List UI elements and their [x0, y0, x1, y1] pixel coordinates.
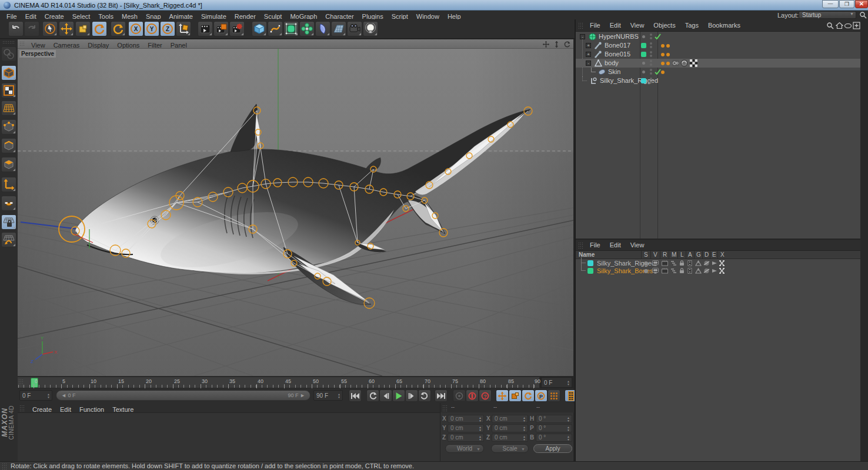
rot-h-field[interactable]: 0 °▲▼: [536, 415, 572, 423]
layer-rigged-chip[interactable]: [587, 260, 593, 266]
goto-end-button[interactable]: [435, 390, 448, 402]
skin-vis-dots2[interactable]: [650, 72, 652, 75]
layer-bones-chip[interactable]: [587, 268, 593, 274]
bone017-tag-1[interactable]: [661, 44, 665, 48]
skin-vis-dots[interactable]: [650, 69, 652, 71]
expand-bone017[interactable]: +: [586, 43, 591, 48]
expand-body[interactable]: -: [586, 61, 591, 66]
layer-rigged-r[interactable]: [662, 260, 668, 266]
om-search-icon[interactable]: [826, 22, 834, 29]
tree-row-hypernurbs[interactable]: - HyperNURBS: [576, 32, 862, 41]
last-used-tool[interactable]: [111, 21, 126, 36]
autokey-button[interactable]: ?: [479, 390, 492, 402]
scale-z-field[interactable]: 0 cm▲▼: [492, 434, 528, 442]
mode-toolbar-grip[interactable]: [2, 41, 15, 45]
body-label[interactable]: body: [605, 59, 619, 66]
live-selection-tool[interactable]: [42, 21, 58, 36]
expand-bone015[interactable]: +: [586, 52, 591, 57]
material-menu-edit[interactable]: Edit: [56, 405, 75, 414]
record-keyframe-button[interactable]: [453, 390, 466, 402]
workplane-mode[interactable]: [1, 100, 16, 116]
play-forward-button[interactable]: [418, 390, 431, 402]
convert-tool[interactable]: [1, 46, 16, 62]
coordinates-grip[interactable]: [442, 405, 448, 411]
goto-start-button[interactable]: [349, 390, 362, 402]
lm-menu-view[interactable]: View: [626, 239, 649, 251]
hypernurbs-vis-dots[interactable]: [650, 33, 652, 36]
col-m[interactable]: M: [672, 251, 676, 258]
add-cube-button[interactable]: [252, 21, 267, 36]
add-spline-button[interactable]: [268, 21, 283, 36]
layer-rigged-l[interactable]: [679, 260, 685, 266]
skin-check-icon[interactable]: [655, 69, 661, 75]
next-frame-button[interactable]: [405, 390, 418, 402]
body-vis-dots2[interactable]: [650, 63, 652, 66]
tree-row-body[interactable]: - body: [576, 59, 862, 68]
previous-frame-button[interactable]: [379, 390, 392, 402]
body-texture-tag[interactable]: [690, 59, 697, 67]
om-add-icon[interactable]: [853, 22, 860, 29]
om-menu-edit[interactable]: Edit: [605, 19, 626, 31]
layer-bones-m[interactable]: [670, 268, 677, 274]
tree-row-skin[interactable]: Skin: [576, 68, 862, 76]
pos-x-field[interactable]: 0 cm▲▼: [448, 415, 484, 423]
hypernurbs-vis-dots2[interactable]: [650, 37, 652, 39]
om-home-icon[interactable]: [836, 22, 843, 29]
edit-render-settings-button[interactable]: [229, 21, 245, 36]
add-hypernurbs-button[interactable]: [283, 21, 299, 36]
col-g[interactable]: G: [696, 251, 701, 258]
lock-x-axis[interactable]: X: [128, 21, 143, 36]
bone017-vis-dots[interactable]: [650, 42, 652, 45]
key-parameter-button[interactable]: P: [535, 390, 547, 402]
edges-mode[interactable]: [1, 138, 16, 153]
key-scale-button[interactable]: [509, 390, 522, 402]
workplane-rotate[interactable]: [1, 232, 16, 247]
col-v[interactable]: V: [653, 251, 657, 258]
close-button[interactable]: ✕: [855, 0, 868, 8]
rot-b-field[interactable]: 0 °▲▼: [536, 434, 572, 442]
key-position-button[interactable]: [496, 390, 509, 402]
om-grip[interactable]: [578, 22, 584, 29]
layer-bones-a[interactable]: [687, 268, 692, 274]
end-frame-field[interactable]: 90 F▲▼: [313, 390, 343, 401]
scale-tool[interactable]: [75, 21, 91, 36]
timeline-ruler[interactable]: 0 5 10 15 20 25 30 35 40 45 50 55 60 65 …: [18, 377, 540, 388]
viewport-rotate-icon[interactable]: [564, 41, 570, 48]
col-r[interactable]: R: [663, 251, 667, 258]
body-xpresso-tag[interactable]: [672, 60, 679, 66]
pos-z-field[interactable]: 0 cm▲▼: [448, 434, 484, 442]
coordinate-system-button[interactable]: [176, 21, 191, 36]
om-menu-view[interactable]: View: [626, 19, 649, 31]
layer-bones-e[interactable]: [712, 268, 717, 273]
col-x[interactable]: X: [720, 251, 725, 258]
layer-bones-g[interactable]: [695, 268, 702, 274]
layer-bones-d[interactable]: [703, 268, 710, 274]
layer-row-bones[interactable]: Silky_Shark_Bones: [576, 267, 862, 275]
render-view-button[interactable]: [198, 21, 213, 36]
hypernurbs-check-icon[interactable]: [655, 33, 661, 40]
add-mograph-button[interactable]: [299, 21, 315, 36]
skin-tag-1[interactable]: [661, 70, 665, 74]
frame-field-top[interactable]: 0 F▲▼: [541, 377, 572, 388]
move-tool[interactable]: [59, 21, 74, 36]
add-camera-button[interactable]: [347, 21, 362, 36]
bone015-enabled-toggle[interactable]: [641, 52, 646, 57]
model-mode[interactable]: [1, 65, 16, 80]
layer-rigged-g[interactable]: [695, 260, 702, 266]
current-frame-field[interactable]: 0 F▲▼: [19, 390, 52, 401]
hypernurbs-label[interactable]: HyperNURBS: [599, 33, 639, 40]
material-menu-create[interactable]: Create: [28, 405, 56, 414]
add-floor-button[interactable]: [331, 21, 346, 36]
body-tag-2[interactable]: [666, 62, 670, 65]
viewport-zoom-icon[interactable]: [553, 41, 560, 48]
status-grip[interactable]: [2, 463, 7, 469]
render-to-picture-viewer-button[interactable]: [213, 21, 229, 36]
scale-x-field[interactable]: 0 cm▲▼: [492, 415, 528, 423]
pos-y-field[interactable]: 0 cm▲▼: [448, 424, 484, 432]
lm-menu-file[interactable]: File: [585, 239, 605, 251]
viewport-camera-label[interactable]: Perspective: [19, 50, 56, 58]
lock-y-axis[interactable]: Y: [144, 21, 159, 36]
bone017-vis-dots2[interactable]: [650, 46, 652, 48]
snap-tool[interactable]: [1, 196, 16, 211]
layer-rigged-d[interactable]: [703, 260, 710, 266]
